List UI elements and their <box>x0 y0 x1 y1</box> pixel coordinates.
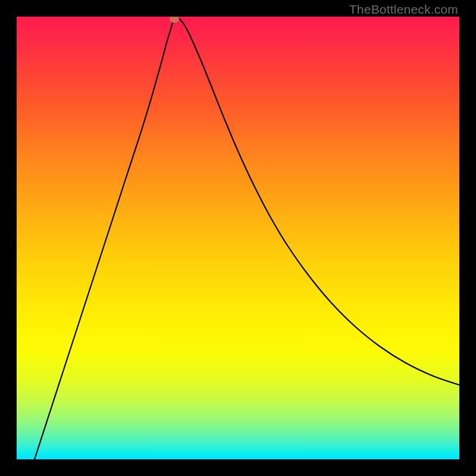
watermark-text: TheBottleneck.com <box>349 2 458 17</box>
minimum-marker <box>170 17 179 23</box>
chart-container: TheBottleneck.com <box>0 0 476 476</box>
plot-area <box>17 17 459 459</box>
curve-svg <box>17 17 459 459</box>
bottleneck-curve-path <box>35 18 459 459</box>
